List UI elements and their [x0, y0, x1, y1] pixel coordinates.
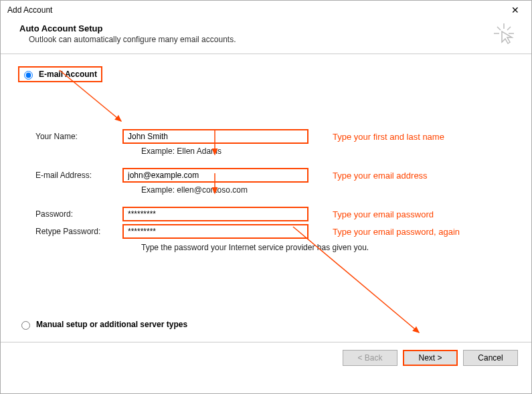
svg-line-4	[507, 27, 511, 30]
row-password: Password: Type your email password	[35, 207, 514, 221]
wizard-footer: < Back Next > Cancel	[1, 342, 531, 373]
input-retype-password[interactable]	[122, 224, 308, 239]
input-password[interactable]	[122, 207, 308, 221]
radio-email-account-label: E-mail Account	[39, 70, 97, 79]
label-password: Password:	[35, 209, 122, 219]
cancel-button[interactable]: Cancel	[463, 350, 518, 366]
label-retype-password: Retype Password:	[35, 227, 122, 236]
cursor-icon	[493, 22, 515, 47]
svg-line-3	[497, 27, 501, 30]
label-name: Your Name:	[35, 132, 122, 141]
input-name[interactable]	[122, 129, 308, 144]
window-title: Add Account	[7, 5, 52, 15]
close-icon[interactable]: ✕	[506, 5, 525, 15]
example-email: Example: ellen@contoso.com	[141, 185, 514, 195]
next-button[interactable]: Next >	[403, 350, 458, 366]
row-email: E-mail Address: Type your email address	[35, 168, 514, 183]
hint-password: Type your email password	[333, 209, 434, 219]
hint-email: Type your email address	[333, 171, 428, 181]
form-area: Your Name: Type your first and last name…	[35, 129, 514, 252]
header-title: Auto Account Setup	[19, 23, 513, 33]
radio-email-account[interactable]	[24, 71, 33, 80]
hint-retype-password: Type your email password, again	[333, 227, 460, 237]
radio-manual[interactable]	[21, 321, 30, 330]
row-retype-password: Retype Password: Type your email passwor…	[35, 224, 514, 239]
radio-manual-row: Manual setup or additional server types	[18, 319, 187, 330]
example-name: Example: Ellen Adams	[141, 146, 514, 156]
titlebar: Add Account ✕	[1, 1, 531, 17]
row-name: Your Name: Type your first and last name	[35, 129, 514, 144]
wizard-header: Auto Account Setup Outlook can automatic…	[1, 17, 531, 54]
add-account-window: Add Account ✕ Auto Account Setup Outlook…	[0, 0, 532, 394]
radio-manual-label: Manual setup or additional server types	[36, 320, 187, 329]
back-button: < Back	[343, 350, 397, 366]
radio-email-account-highlight: E-mail Account	[18, 66, 102, 82]
input-email[interactable]	[122, 168, 308, 183]
wizard-body: E-mail Account Your Name: Type your firs…	[1, 54, 531, 342]
hint-name: Type your first and last name	[333, 132, 444, 142]
header-subtitle: Outlook can automatically configure many…	[29, 35, 513, 44]
password-note: Type the password your Internet service …	[141, 243, 514, 252]
label-email: E-mail Address:	[35, 171, 122, 180]
